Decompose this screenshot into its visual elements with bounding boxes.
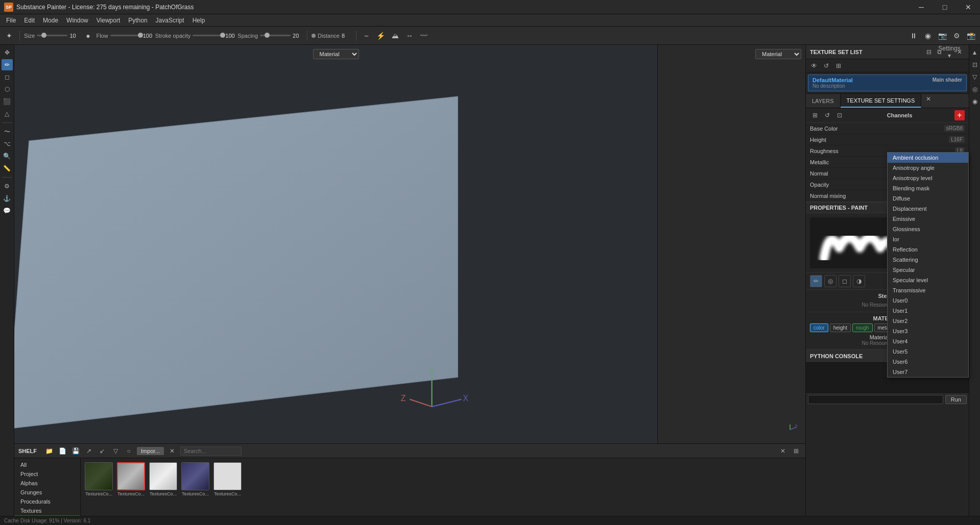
paint-material-icon-btn[interactable]: ◎	[824, 275, 836, 287]
dropdown-item-user5[interactable]: User5	[888, 346, 968, 357]
tool-navigate[interactable]: ✥	[2, 47, 13, 58]
tool-projection[interactable]: ⬡	[2, 84, 13, 95]
shelf-folder-btn[interactable]: 📁	[44, 446, 54, 456]
dropdown-item-user2[interactable]: User2	[888, 316, 968, 326]
add-channel-button[interactable]: +	[954, 110, 965, 120]
dropdown-item-user0[interactable]: User0	[888, 295, 968, 306]
paint-sphere-icon-btn[interactable]: ◑	[853, 275, 865, 287]
right-icon-1[interactable]: ▲	[969, 47, 981, 58]
distance-btn[interactable]	[312, 34, 316, 38]
tsl-eye-btn[interactable]: 👁	[809, 61, 819, 71]
tool-bake[interactable]: ⚙	[2, 181, 13, 192]
tool-eraser[interactable]: ◻	[2, 71, 13, 83]
tool-measure[interactable]: 📏	[2, 163, 13, 174]
tsl-item[interactable]: DefaultMaterial Main shader No descripti…	[808, 74, 967, 91]
tsl-collapse-btn[interactable]: ⊟	[924, 47, 934, 57]
dropdown-item-blending-mask[interactable]: Blending mask	[888, 183, 968, 193]
cam-btn[interactable]: 📷	[936, 30, 948, 42]
tsl-settings-btn[interactable]: Settings ▾	[944, 47, 954, 57]
mat-tag-rough[interactable]: rough	[852, 323, 873, 332]
shelf-import-btn[interactable]: ↙	[97, 446, 107, 456]
stroke-opacity-slider[interactable]	[193, 35, 223, 36]
tool-comment[interactable]: 💬	[2, 205, 13, 216]
brush-shape-btn[interactable]: ●	[82, 30, 94, 42]
shelf-export-btn[interactable]: ↗	[84, 446, 94, 456]
channels-icon-2[interactable]: ↺	[822, 110, 832, 120]
shelf-search-input[interactable]	[180, 446, 242, 456]
menu-file[interactable]: File	[2, 16, 20, 25]
spacing-slider[interactable]	[260, 35, 291, 36]
dropdown-item-displacement[interactable]: Displacement	[888, 204, 968, 214]
dropdown-item-emissive[interactable]: Emissive	[888, 214, 968, 224]
dropdown-item-user7[interactable]: User7	[888, 367, 968, 377]
flow-slider[interactable]	[110, 35, 141, 36]
paint-square-icon-btn[interactable]: ◻	[839, 275, 851, 287]
menu-viewport[interactable]: Viewport	[92, 16, 124, 25]
dropdown-item-user6[interactable]: User6	[888, 357, 968, 367]
right-icon-2[interactable]: ⊡	[969, 59, 981, 70]
menu-window[interactable]: Window	[62, 16, 92, 25]
list-item[interactable]: TexturesCo...	[213, 462, 242, 496]
shelf-circle-btn[interactable]: ○	[124, 446, 134, 456]
channels-icon-1[interactable]: ⊞	[810, 110, 820, 120]
shelf-cat-project[interactable]: Project	[14, 469, 80, 479]
render-btn[interactable]: ◉	[922, 30, 934, 42]
tool-fill[interactable]: ⬛	[2, 96, 13, 107]
tool-smudge[interactable]: 〜	[2, 126, 13, 137]
tool-clone[interactable]: ⌥	[2, 138, 13, 149]
shelf-grid-btn[interactable]: ⊞	[791, 446, 801, 456]
tsl-grid-btn[interactable]: ⊞	[833, 61, 844, 71]
paint-brush-icon-btn[interactable]: ✏	[810, 275, 822, 287]
viewport-main[interactable]: Material	[14, 45, 657, 443]
shelf-cat-grunges[interactable]: Grunges	[14, 488, 80, 497]
viewport-dropdown[interactable]: Material	[313, 49, 359, 59]
tool-paint[interactable]: ✏	[2, 59, 13, 70]
dropdown-item-anisotropy-angle[interactable]: Anisotropy angle	[888, 163, 968, 173]
tool-anchor[interactable]: ⚓	[2, 193, 13, 204]
shelf-filter-btn[interactable]: ▽	[110, 446, 121, 456]
menu-python[interactable]: Python	[124, 16, 151, 25]
shelf-cat-all[interactable]: All	[14, 460, 80, 469]
right-icon-3[interactable]: ▽	[969, 71, 981, 83]
tool-geometry[interactable]: △	[2, 108, 13, 119]
tab-layers[interactable]: LAYERS	[806, 94, 841, 108]
shelf-new-btn[interactable]: 📄	[57, 446, 67, 456]
pause-btn[interactable]: ⏸	[907, 30, 920, 42]
mat-tag-height[interactable]: height	[830, 323, 851, 332]
dropdown-item-ior[interactable]: Ior	[888, 234, 968, 244]
shelf-cat-textures[interactable]: Textures	[14, 506, 80, 515]
shelf-save-btn[interactable]: 💾	[70, 446, 81, 456]
tool-picker[interactable]: 🔍	[2, 151, 13, 162]
dropdown-item-user4[interactable]: User4	[888, 336, 968, 346]
dropdown-item-anisotropy-level[interactable]: Anisotropy level	[888, 173, 968, 183]
dropdown-item-user1[interactable]: User1	[888, 306, 968, 316]
viewport-mini[interactable]: Material X Y	[657, 45, 805, 443]
tab-texture-set-settings[interactable]: TEXTURE SET SETTINGS	[841, 94, 922, 108]
dropdown-item-transmissive[interactable]: Transmissive	[888, 285, 968, 295]
screenshot-btn[interactable]: 📸	[965, 30, 977, 42]
mat-tag-color[interactable]: color	[810, 323, 828, 332]
shelf-close-btn[interactable]: ✕	[778, 446, 788, 456]
list-item[interactable]: TexturesCo...	[181, 462, 209, 496]
brush-type-2[interactable]: ⚡	[375, 30, 387, 42]
menu-mode[interactable]: Mode	[39, 16, 62, 25]
close-tab-btn[interactable]: ✕	[923, 94, 934, 104]
menu-edit[interactable]: Edit	[20, 16, 39, 25]
shelf-cat-alphas[interactable]: Alphas	[14, 479, 80, 488]
shelf-cat-procedurals[interactable]: Procedurals	[14, 497, 80, 506]
dropdown-item-specular[interactable]: Specular	[888, 265, 968, 275]
list-item[interactable]: TexturesCo...	[117, 462, 145, 496]
console-input[interactable]	[808, 395, 943, 404]
settings-btn-toolbar[interactable]: ⚙	[950, 30, 963, 42]
right-icon-4[interactable]: ◎	[969, 84, 981, 95]
dropdown-item-scattering[interactable]: Scattering	[888, 255, 968, 265]
close-button[interactable]: ✕	[957, 0, 980, 14]
dropdown-item-specular-level[interactable]: Specular level	[888, 275, 968, 285]
symmetry-btn-2[interactable]: ⛰	[389, 30, 401, 42]
channels-icon-3[interactable]: ⊡	[834, 110, 845, 120]
minimize-button[interactable]: ─	[910, 0, 933, 14]
list-item[interactable]: TexturesCo...	[149, 462, 177, 496]
brush-type-1[interactable]: ⌣	[361, 30, 373, 42]
menu-javascript[interactable]: JavaScript	[152, 16, 188, 25]
dropdown-item-diffuse[interactable]: Diffuse	[888, 193, 968, 204]
